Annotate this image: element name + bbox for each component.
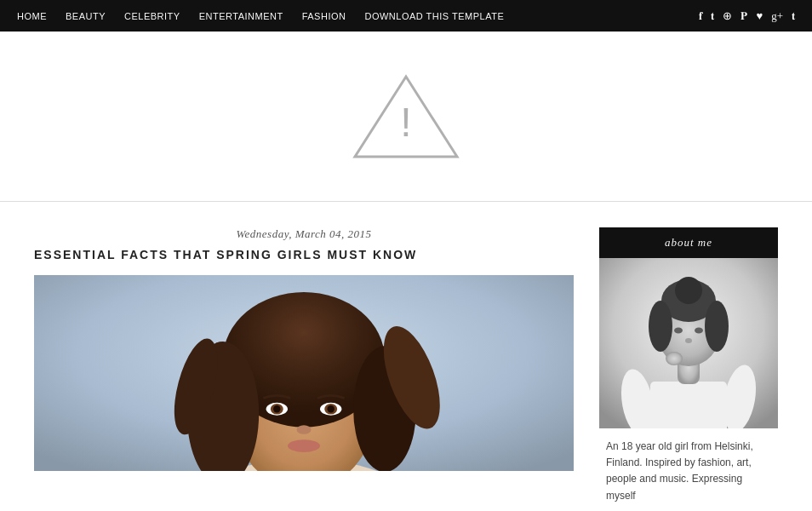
svg-point-28	[649, 301, 672, 352]
article-image	[34, 275, 574, 471]
navbar: HOME BEAUTY CELEBRITY ENTERTAINMENT FASH…	[0, 0, 812, 32]
facebook-icon[interactable]: 𝐟	[699, 9, 702, 23]
heart-icon[interactable]: ♥	[756, 9, 763, 23]
svg-rect-21	[650, 382, 727, 428]
header-logo-area: !	[0, 32, 812, 202]
main-content: Wednesday, March 04, 2015 ESSENTIAL FACT…	[0, 202, 812, 504]
svg-point-30	[674, 328, 683, 334]
svg-text:!: !	[400, 100, 411, 145]
svg-point-32	[685, 338, 692, 343]
about-me-text: An 18 year old girl from Helsinki, Finla…	[599, 428, 778, 504]
nav-download-template[interactable]: DOWNLOAD THIS TEMPLATE	[364, 11, 504, 21]
nav-home[interactable]: HOME	[17, 11, 47, 21]
tumblr-icon[interactable]: 𝐭	[792, 9, 795, 23]
svg-point-31	[695, 328, 703, 334]
nav-fashion[interactable]: FASHION	[302, 11, 346, 21]
svg-point-29	[705, 301, 729, 352]
social-icons: 𝐟 𝐭 ⊕ 𝐏 ♥ g+ 𝐭	[699, 9, 795, 23]
svg-point-16	[327, 405, 334, 412]
gplus-icon[interactable]: g+	[771, 9, 783, 23]
about-me-header: about me	[599, 227, 778, 258]
pinterest-icon[interactable]: 𝐏	[741, 9, 747, 23]
article-date: Wednesday, March 04, 2015	[34, 227, 574, 241]
nav-celebrity[interactable]: CELEBRITY	[124, 11, 180, 21]
nav-entertainment[interactable]: ENTERTAINMENT	[199, 11, 283, 21]
svg-point-13	[273, 405, 280, 412]
nav-beauty[interactable]: BEAUTY	[66, 11, 106, 21]
logo-triangle-icon: !	[351, 70, 461, 164]
svg-point-33	[666, 352, 683, 365]
sidebar: about me	[599, 227, 778, 504]
article-title: ESSENTIAL FACTS THAT SPRING GIRLS MUST K…	[34, 248, 574, 261]
twitter-icon[interactable]: 𝐭	[711, 9, 714, 23]
svg-point-27	[675, 277, 702, 304]
article-image-render	[34, 275, 574, 471]
instagram-icon[interactable]: ⊕	[723, 9, 732, 23]
article-column: Wednesday, March 04, 2015 ESSENTIAL FACT…	[34, 227, 574, 504]
svg-point-18	[288, 439, 320, 452]
about-me-image	[599, 258, 778, 428]
svg-point-17	[297, 425, 312, 434]
nav-links: HOME BEAUTY CELEBRITY ENTERTAINMENT FASH…	[17, 11, 504, 21]
